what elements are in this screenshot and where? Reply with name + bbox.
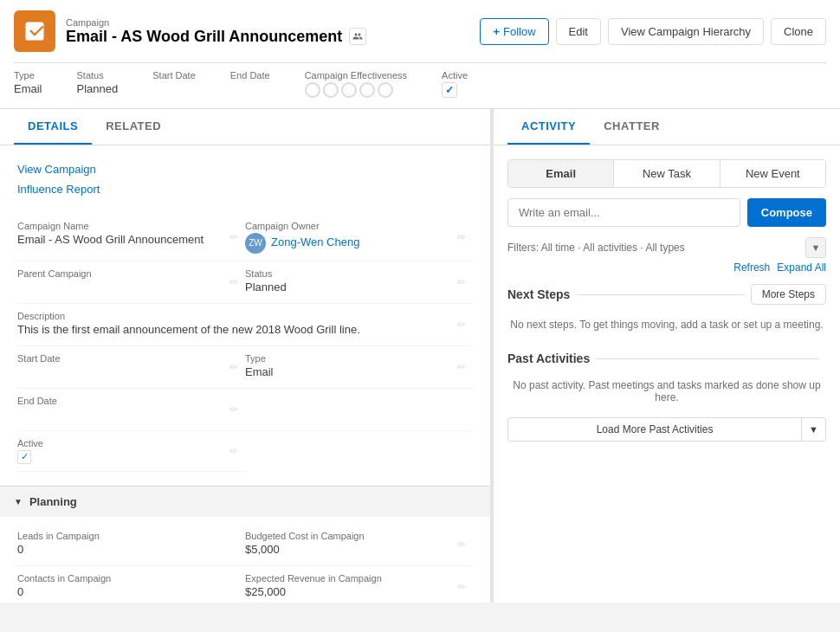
page-header: Campaign Email - AS Wood Grill Announcem… bbox=[0, 0, 840, 109]
meta-status: Status Planned bbox=[77, 70, 119, 95]
planning-fields: Leads in Campaign 0 Budgeted Cost in Cam… bbox=[0, 517, 490, 603]
object-label: Campaign bbox=[66, 17, 366, 28]
field-expected-revenue: Expected Revenue in Campaign $25,000 ✏ bbox=[245, 566, 473, 603]
chevron-down-icon: ▼ bbox=[14, 497, 23, 506]
follow-button[interactable]: +Follow bbox=[480, 18, 548, 45]
active-checkbox[interactable] bbox=[442, 82, 457, 98]
next-steps-title-row: Next Steps More Steps bbox=[507, 284, 826, 305]
effectiveness-dots bbox=[305, 82, 407, 98]
left-tabs: Details Related bbox=[0, 109, 490, 145]
next-steps-empty: No next steps. To get things moving, add… bbox=[507, 312, 826, 338]
page-title: Email - AS Wood Grill Announcement bbox=[66, 28, 366, 46]
load-more-row: Load More Past Activities ▼ bbox=[507, 417, 826, 442]
header-left: Campaign Email - AS Wood Grill Announcem… bbox=[14, 10, 366, 52]
past-activities-title: Past Activities bbox=[507, 351, 590, 365]
section-divider-2 bbox=[597, 358, 819, 359]
edit-status-icon[interactable]: ✏ bbox=[457, 276, 466, 288]
filters-row: Filters: All time · All activities · All… bbox=[507, 237, 826, 258]
effectiveness-dot-4 bbox=[359, 82, 375, 98]
meta-row: Type Email Status Planned Start Date End… bbox=[14, 62, 826, 108]
effectiveness-dot-5 bbox=[378, 82, 393, 98]
view-hierarchy-button[interactable]: View Campaign Hierarchy bbox=[608, 18, 764, 45]
activity-tabs: Activity Chatter bbox=[494, 109, 840, 145]
section-divider bbox=[577, 294, 743, 295]
edit-campaign-name-icon[interactable]: ✏ bbox=[229, 231, 238, 243]
load-more-caret-icon[interactable]: ▼ bbox=[802, 417, 826, 442]
compose-tab-new-event[interactable]: New Event bbox=[720, 160, 825, 187]
active-field-checkbox[interactable] bbox=[17, 450, 31, 464]
edit-button[interactable]: Edit bbox=[556, 18, 601, 45]
past-activities-section: Past Activities No past activity. Past m… bbox=[507, 351, 826, 442]
edit-expected-revenue-icon[interactable]: ✏ bbox=[457, 581, 466, 593]
field-status: Status Planned ✏ bbox=[245, 261, 473, 304]
planning-section-header[interactable]: ▼ Planning bbox=[0, 486, 490, 517]
edit-start-date-icon[interactable]: ✏ bbox=[229, 361, 238, 373]
tab-related[interactable]: Related bbox=[92, 109, 175, 145]
activity-content: Email New Task New Event Compose Filters… bbox=[494, 145, 840, 469]
left-panel: Details Related View Campaign Influence … bbox=[0, 109, 494, 603]
past-activities-empty: No past activity. Past meetings and task… bbox=[507, 372, 826, 410]
meta-effectiveness: Campaign Effectiveness bbox=[305, 70, 407, 98]
field-type: Type Email ✏ bbox=[245, 346, 473, 389]
edit-description-icon[interactable]: ✏ bbox=[457, 319, 466, 331]
next-steps-section: Next Steps More Steps No next steps. To … bbox=[507, 284, 826, 338]
edit-owner-icon[interactable]: ✏ bbox=[457, 231, 466, 243]
filter-funnel-icon[interactable]: ▼ bbox=[805, 237, 826, 258]
field-leads: Leads in Campaign 0 bbox=[17, 524, 245, 566]
fields-grid: Campaign Name Email - AS Wood Grill Anno… bbox=[17, 214, 473, 472]
tab-chatter[interactable]: Chatter bbox=[590, 109, 674, 145]
field-end-date: End Date ✏ bbox=[17, 389, 245, 431]
view-campaign-link[interactable]: View Campaign bbox=[17, 159, 473, 179]
refresh-row: Refresh Expand All bbox=[507, 261, 826, 274]
effectiveness-dot-3 bbox=[341, 82, 357, 98]
edit-budgeted-cost-icon[interactable]: ✏ bbox=[457, 538, 466, 551]
meta-type: Type Email bbox=[14, 70, 42, 95]
field-budgeted-cost: Budgeted Cost in Campaign $5,000 ✏ bbox=[245, 524, 473, 566]
effectiveness-dot-1 bbox=[305, 82, 320, 98]
header-title-block: Campaign Email - AS Wood Grill Announcem… bbox=[66, 17, 366, 46]
field-description: Description This is the first email anno… bbox=[17, 304, 473, 346]
edit-active-icon[interactable]: ✏ bbox=[229, 445, 238, 457]
load-more-button[interactable]: Load More Past Activities bbox=[507, 417, 802, 442]
view-links: View Campaign Influence Report bbox=[17, 159, 473, 200]
header-actions: +Follow Edit View Campaign Hierarchy Clo… bbox=[480, 18, 826, 45]
edit-parent-icon[interactable]: ✏ bbox=[229, 276, 238, 288]
compose-tab-email[interactable]: Email bbox=[508, 160, 614, 187]
expand-all-link[interactable]: Expand All bbox=[777, 261, 826, 274]
compose-tab-new-task[interactable]: New Task bbox=[614, 160, 720, 187]
compose-tabs: Email New Task New Event bbox=[507, 159, 826, 188]
planning-label: Planning bbox=[29, 495, 77, 508]
edit-type-icon[interactable]: ✏ bbox=[457, 361, 466, 373]
field-parent-campaign: Parent Campaign ✏ bbox=[17, 261, 245, 304]
tab-details[interactable]: Details bbox=[14, 109, 92, 145]
meta-end-date: End Date bbox=[230, 70, 270, 82]
campaign-object-icon bbox=[14, 10, 55, 52]
planning-fields-grid: Leads in Campaign 0 Budgeted Cost in Cam… bbox=[17, 524, 473, 603]
tab-activity[interactable]: Activity bbox=[507, 109, 590, 145]
main-layout: Details Related View Campaign Influence … bbox=[0, 109, 840, 603]
next-steps-title: Next Steps bbox=[507, 287, 570, 301]
field-campaign-name: Campaign Name Email - AS Wood Grill Anno… bbox=[17, 214, 245, 261]
email-input[interactable] bbox=[507, 198, 740, 227]
field-contacts: Contacts in Campaign 0 bbox=[17, 566, 245, 603]
meta-start-date: Start Date bbox=[152, 70, 196, 82]
email-compose-row: Compose bbox=[507, 198, 826, 227]
field-placeholder bbox=[245, 389, 473, 431]
field-active: Active ✏ bbox=[17, 431, 245, 472]
field-start-date: Start Date ✏ bbox=[17, 346, 245, 389]
past-activities-title-row: Past Activities bbox=[507, 351, 826, 365]
compose-button[interactable]: Compose bbox=[747, 198, 826, 227]
influence-report-link[interactable]: Influence Report bbox=[17, 179, 473, 199]
more-steps-button[interactable]: More Steps bbox=[751, 284, 826, 305]
filters-text: Filters: All time · All activities · All… bbox=[507, 242, 685, 254]
refresh-link[interactable]: Refresh bbox=[733, 261, 770, 274]
effectiveness-dot-2 bbox=[323, 82, 339, 98]
field-campaign-owner: Campaign Owner ZW Zong-Wen Cheng ✏ bbox=[245, 214, 473, 261]
clone-button[interactable]: Clone bbox=[771, 18, 826, 45]
edit-end-date-icon[interactable]: ✏ bbox=[229, 403, 238, 416]
meta-active: Active bbox=[442, 70, 468, 98]
details-section: View Campaign Influence Report Campaign … bbox=[0, 145, 490, 486]
right-panel: Activity Chatter Email New Task New Even… bbox=[494, 109, 840, 603]
people-icon[interactable] bbox=[349, 28, 366, 45]
owner-row: ZW Zong-Wen Cheng bbox=[245, 233, 466, 254]
